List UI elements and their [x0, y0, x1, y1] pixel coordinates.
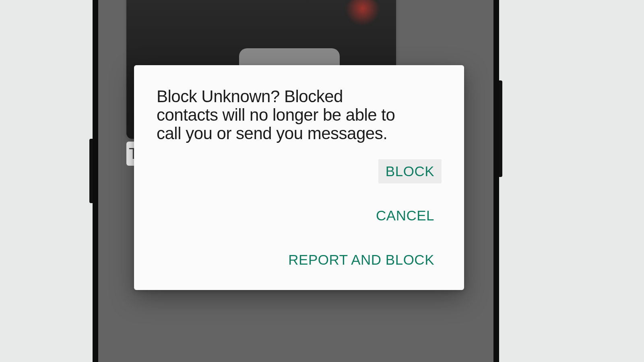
media-red-glow [345, 0, 381, 25]
cancel-button[interactable]: CANCEL [369, 204, 442, 228]
phone-volume-button [89, 139, 93, 203]
block-contact-dialog: Block Unknown? Blocked contacts will no … [134, 65, 464, 290]
phone-power-button [499, 80, 502, 177]
report-and-block-button[interactable]: REPORT AND BLOCK [281, 248, 442, 272]
block-button[interactable]: BLOCK [378, 159, 442, 183]
phone-frame: 16.1 MB T Block Unknown? Blocked contact… [93, 0, 499, 362]
dialog-message: Block Unknown? Blocked contacts will no … [157, 87, 398, 143]
dialog-actions: BLOCK CANCEL REPORT AND BLOCK [157, 159, 442, 272]
